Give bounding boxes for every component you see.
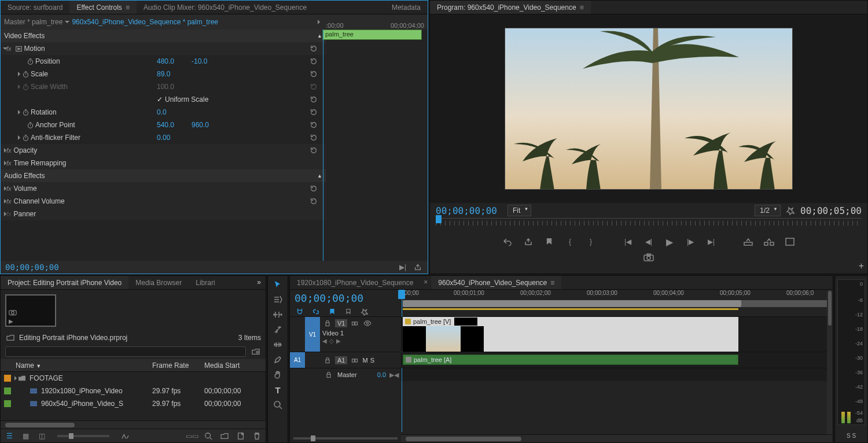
project-hscroll[interactable] [1, 420, 266, 429]
toggle-timeline-icon[interactable] [318, 20, 320, 24]
timeline-vscroll[interactable] [827, 290, 833, 434]
kf-icon[interactable]: ▶◀ [389, 371, 399, 379]
marker-icon[interactable] [343, 307, 354, 317]
zoom-tool-icon[interactable] [273, 400, 283, 410]
ec-sequence-path[interactable]: 960x540_iPhone_Video_Sequence * palm_tre… [72, 18, 218, 26]
panel-menu-icon[interactable]: ≡ [580, 3, 584, 12]
type-tool-icon[interactable]: T [273, 385, 283, 395]
settings-icon[interactable] [785, 205, 796, 216]
effect-time-remapping[interactable]: Time Remapping [14, 159, 67, 167]
kf-prev-icon[interactable]: ◀ [322, 338, 327, 344]
video-clip-thumb[interactable] [403, 326, 484, 352]
automate-icon[interactable]: ▭▭ [187, 431, 197, 441]
add-button-icon[interactable]: + [859, 261, 864, 271]
stopwatch-icon[interactable] [20, 69, 31, 79]
reset-icon[interactable] [308, 43, 319, 54]
timeline-tab-1[interactable]: 1920x1080_iPhone_Video_Sequence [290, 276, 420, 289]
sort-icon[interactable] [120, 431, 130, 441]
collapse-up-icon[interactable]: ▲ [317, 33, 322, 39]
list-item[interactable]: FOOTAGE [1, 372, 266, 385]
mute-button[interactable]: M [362, 357, 367, 364]
tab-program[interactable]: Program: 960x540_iPhone_Video_Sequence≡ [430, 1, 591, 14]
tab-metadata[interactable]: Metadata [385, 1, 428, 14]
safe-margins-icon[interactable] [785, 237, 795, 247]
program-tc-right[interactable]: 00;00;05;00 [800, 205, 862, 216]
col-frame-rate[interactable]: Frame Rate [152, 361, 204, 370]
timeline-tab-2[interactable]: 960x540_iPhone_Video_Sequence≡ [431, 276, 561, 289]
tab-effect-controls[interactable]: Effect Controls≡ [69, 1, 137, 14]
freeform-view-icon[interactable]: ◫ [36, 431, 47, 441]
go-to-out-icon[interactable]: ▶| [706, 237, 716, 247]
lock-icon[interactable] [323, 370, 334, 380]
list-item[interactable]: 1920x1080_iPhone_Video 29.97 fps 00;00;0… [1, 385, 266, 397]
fx-icon[interactable]: fx [6, 160, 12, 167]
tab-project[interactable]: Project: Editing Portrait iPhone Video [1, 276, 128, 289]
reset-icon[interactable] [308, 69, 319, 79]
ripple-edit-tool-icon[interactable] [273, 309, 283, 320]
step-forward-icon[interactable]: |▶ [685, 237, 696, 247]
reset-icon[interactable] [308, 196, 319, 206]
solo-buttons[interactable]: S S [835, 433, 867, 439]
bin-icon[interactable] [5, 333, 16, 343]
new-item-icon[interactable] [236, 431, 246, 441]
ec-playhead[interactable] [323, 29, 323, 261]
export-frame-icon[interactable] [523, 237, 534, 247]
col-name[interactable]: Name ▼ [16, 361, 152, 370]
reset-icon[interactable] [308, 94, 319, 105]
project-search-input[interactable] [5, 346, 246, 357]
hand-tool-icon[interactable] [273, 370, 283, 380]
fx-icon[interactable]: fx [6, 211, 12, 217]
ec-timecode[interactable]: 00;00;00;00 [5, 263, 59, 272]
mark-in-icon[interactable]: { [565, 237, 575, 247]
add-marker-icon[interactable] [544, 237, 554, 247]
uniform-scale-checkbox[interactable]: ✓Uniform Scale [157, 95, 208, 104]
snap-icon[interactable] [295, 307, 305, 317]
linked-selection-icon[interactable] [311, 307, 321, 317]
effect-volume[interactable]: Volume [14, 184, 37, 193]
anchor-x[interactable]: 540.0 [157, 121, 174, 129]
tab-libraries[interactable]: Librari [189, 276, 222, 289]
track-v1-label[interactable]: V1 [335, 319, 347, 327]
track-a1-label[interactable]: A1 [335, 356, 347, 364]
effect-opacity[interactable]: Opacity [14, 146, 38, 154]
sync-lock-icon[interactable] [350, 318, 360, 328]
timeline-timecode[interactable]: 00;00;00;00 [295, 292, 396, 304]
scale-value[interactable]: 89.0 [157, 70, 170, 78]
export-icon[interactable] [413, 262, 423, 272]
rotation-value[interactable]: 0.0 [157, 108, 167, 116]
stopwatch-icon[interactable] [20, 107, 31, 117]
add-marker-icon[interactable] [327, 307, 337, 317]
timeline-zoom-slider[interactable] [290, 434, 401, 442]
fx-icon[interactable]: fx [6, 147, 12, 154]
audio-clip[interactable]: palm_tree [A] [403, 355, 738, 365]
effect-channel-volume[interactable]: Channel Volume [14, 197, 65, 205]
label-color[interactable] [4, 400, 11, 407]
program-ruler[interactable] [436, 221, 862, 226]
fx-icon[interactable]: fx [6, 185, 12, 192]
program-zoom-dropdown[interactable]: 1/2▼ [755, 205, 781, 216]
collapse-up-icon[interactable]: ▲ [317, 173, 322, 179]
reset-icon[interactable] [308, 132, 319, 143]
loop-icon[interactable]: ▶| [398, 262, 408, 272]
reset-icon[interactable] [308, 56, 319, 67]
list-view-icon[interactable]: ☰ [4, 431, 14, 441]
position-x[interactable]: 480.0 [157, 57, 174, 65]
work-area-bar[interactable] [403, 308, 738, 310]
step-back-icon[interactable]: ◀| [643, 237, 654, 247]
find-icon[interactable] [203, 431, 214, 441]
solo-button[interactable]: S [370, 357, 374, 364]
search-bin-icon[interactable] [251, 346, 261, 357]
fx-icon[interactable]: fx [6, 198, 12, 205]
panel-menu-icon[interactable]: ≡ [126, 3, 130, 12]
new-bin-icon[interactable] [219, 431, 230, 441]
reset-icon[interactable] [308, 183, 319, 194]
timeline-settings-icon[interactable] [359, 307, 370, 317]
program-preview[interactable] [505, 28, 793, 190]
chevron-down-icon[interactable] [65, 21, 69, 23]
program-fit-dropdown[interactable]: Fit▼ [507, 205, 531, 216]
video-clip[interactable]: palm_tree [V] [403, 317, 738, 326]
lock-icon[interactable] [322, 355, 333, 366]
tab-source[interactable]: Source: surfboard [1, 1, 69, 14]
play-icon[interactable]: ▶ [664, 237, 675, 247]
go-to-in-icon[interactable]: |◀ [623, 237, 633, 247]
